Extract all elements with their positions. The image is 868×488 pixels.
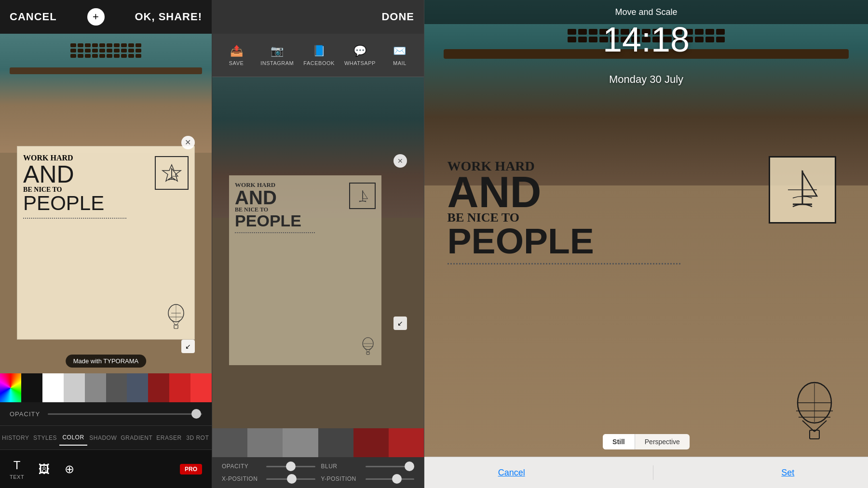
p2-swatch-light-gray[interactable] bbox=[283, 428, 318, 457]
opacity-label: OPACITY bbox=[10, 410, 40, 418]
panel2-resize-handle[interactable]: ↙ bbox=[393, 317, 407, 330]
instagram-option[interactable]: 📷 INSTAGRAM bbox=[260, 45, 294, 66]
facebook-label: FACEBOOK bbox=[303, 60, 335, 66]
swatch-red[interactable] bbox=[169, 373, 190, 402]
opacity-thumb[interactable] bbox=[286, 462, 296, 471]
position-slider-row: X-POSITION Y-POSITION bbox=[222, 475, 414, 482]
mail-option[interactable]: ✉️ MAIL bbox=[385, 45, 414, 66]
swatch-slate[interactable] bbox=[127, 373, 148, 402]
panel2-sliders: OPACITY BLUR X-POSITION Y-POSITION bbox=[212, 457, 424, 488]
panel-move-scale: Move and Scale bbox=[424, 0, 868, 488]
swatch-mid-gray[interactable] bbox=[85, 373, 106, 402]
swatch-white[interactable] bbox=[42, 373, 64, 402]
tab-shadow[interactable]: SHADOW bbox=[87, 431, 119, 445]
p2-swatch-gray[interactable] bbox=[212, 428, 247, 457]
blur-thumb[interactable] bbox=[405, 462, 414, 471]
cancel-button[interactable]: Cancel bbox=[479, 468, 544, 478]
x-thumb[interactable] bbox=[287, 474, 297, 484]
opacity-control: OPACITY bbox=[0, 402, 212, 425]
tab-styles[interactable]: STYLES bbox=[31, 431, 59, 445]
p2-swatch-dark[interactable] bbox=[318, 428, 353, 457]
swatch-dark-gray[interactable] bbox=[106, 373, 127, 402]
move-scale-title: Move and Scale bbox=[615, 7, 677, 17]
text-tool-label: TEXT bbox=[10, 474, 24, 480]
mail-label: MAIL bbox=[393, 60, 407, 66]
swatch-dark-red[interactable] bbox=[148, 373, 169, 402]
image-icon: 🖼 bbox=[39, 462, 50, 476]
date-display: Monday 30 July bbox=[424, 73, 868, 86]
blur-track bbox=[366, 466, 415, 467]
panel-share: DONE 📤 SAVE 📷 INSTAGRAM 📘 FACEBOOK 💬 WHA… bbox=[212, 0, 424, 488]
opacity-track bbox=[266, 466, 315, 467]
svg-marker-2 bbox=[172, 169, 178, 176]
editor-header: CANCEL + OK, SHARE! bbox=[0, 0, 212, 34]
opacity-label: OPACITY bbox=[222, 463, 260, 470]
p3-balloon bbox=[793, 381, 836, 446]
swatch-light-gray[interactable] bbox=[64, 373, 85, 402]
opacity-slider-track bbox=[48, 413, 202, 415]
whatsapp-option[interactable]: 💬 WHATSAPP bbox=[344, 45, 376, 66]
set-button[interactable]: Set bbox=[762, 468, 814, 478]
y-position-label: Y-POSITION bbox=[321, 475, 360, 482]
layer-icon: ⊕ bbox=[65, 462, 74, 476]
instagram-label: INSTAGRAM bbox=[260, 60, 294, 66]
y-track bbox=[366, 478, 415, 480]
blur-label: BLUR bbox=[321, 463, 360, 470]
panel2-color-palette bbox=[212, 428, 424, 457]
layer-tool-button[interactable]: ⊕ bbox=[65, 462, 74, 476]
svg-marker-12 bbox=[363, 191, 367, 198]
swatch-black[interactable] bbox=[21, 373, 42, 402]
tab-perspective[interactable]: Perspective bbox=[635, 434, 690, 449]
instagram-icon: 📷 bbox=[271, 45, 284, 57]
editing-tabs: HISTORY STYLES COLOR SHADOW GRADIENT ERA… bbox=[0, 425, 212, 449]
opacity-slider-row: OPACITY BLUR bbox=[222, 463, 414, 470]
svg-rect-17 bbox=[366, 352, 369, 354]
p3-tab-selector: Still Perspective bbox=[603, 434, 690, 449]
editor-canvas: WORK HARD AND BE NICE TO PEOPLE bbox=[0, 34, 212, 373]
done-button[interactable]: DONE bbox=[381, 11, 414, 23]
x-track bbox=[266, 478, 315, 480]
panel2-preview-canvas: WORK HARD AND BE NICE TO PEOPLE bbox=[212, 77, 424, 428]
save-option[interactable]: 📤 SAVE bbox=[222, 45, 251, 66]
mail-icon: ✉️ bbox=[393, 45, 406, 57]
add-button[interactable]: + bbox=[87, 8, 105, 26]
whatsapp-icon: 💬 bbox=[353, 45, 366, 57]
typewriter-image bbox=[0, 34, 212, 153]
whatsapp-label: WHATSAPP bbox=[344, 60, 376, 66]
swatch-rainbow[interactable] bbox=[0, 373, 21, 402]
pro-badge[interactable]: PRO bbox=[180, 464, 202, 475]
p3-artwork-area: WORK HARD AND BE NICE TO PEOPLE bbox=[438, 146, 846, 455]
move-scale-header: Move and Scale bbox=[424, 0, 868, 24]
share-header: DONE bbox=[212, 0, 424, 34]
swatch-bright-red[interactable] bbox=[190, 373, 212, 402]
p2-swatch-red[interactable] bbox=[389, 428, 424, 457]
text-sticker[interactable]: WORK HARD AND BE NICE TO PEOPLE bbox=[17, 146, 195, 340]
p2-swatch-dark-red[interactable] bbox=[353, 428, 389, 457]
resize-handle[interactable]: ↙ bbox=[181, 340, 195, 353]
cancel-button[interactable]: CANCEL bbox=[10, 11, 57, 23]
text-tool-button[interactable]: T TEXT bbox=[10, 459, 24, 480]
tab-gradient[interactable]: GRADIENT bbox=[119, 431, 154, 445]
tab-history[interactable]: HISTORY bbox=[0, 431, 31, 445]
image-tool-button[interactable]: 🖼 bbox=[39, 462, 50, 476]
move-scale-canvas[interactable]: 14:18 Monday 30 July WORK HARD AND BE NI… bbox=[424, 0, 868, 488]
facebook-option[interactable]: 📘 FACEBOOK bbox=[303, 45, 335, 66]
x-position-label: X-POSITION bbox=[222, 475, 260, 482]
main-image: WORK HARD AND BE NICE TO PEOPLE bbox=[0, 34, 212, 373]
color-palette bbox=[0, 373, 212, 402]
save-icon: 📤 bbox=[230, 45, 243, 57]
watermark-label: Made with TYPORAMA bbox=[66, 355, 147, 368]
tab-still[interactable]: Still bbox=[603, 434, 635, 449]
tab-color[interactable]: COLOR bbox=[59, 430, 87, 446]
close-sticker-button[interactable]: ✕ bbox=[181, 136, 195, 149]
bottom-toolbar: T TEXT 🖼 ⊕ PRO bbox=[0, 449, 212, 488]
p3-bottom-bar: Cancel Set bbox=[424, 457, 868, 488]
y-thumb[interactable] bbox=[392, 474, 402, 484]
tab-3drot[interactable]: 3D ROT bbox=[184, 431, 212, 445]
opacity-slider-thumb[interactable] bbox=[191, 409, 201, 419]
text-icon: T bbox=[14, 459, 21, 472]
share-button[interactable]: OK, SHARE! bbox=[135, 11, 202, 23]
tab-eraser[interactable]: ERASER bbox=[154, 431, 183, 445]
panel2-text-sticker[interactable]: WORK HARD AND BE NICE TO PEOPLE bbox=[229, 175, 381, 365]
p2-swatch-mid-gray[interactable] bbox=[247, 428, 283, 457]
